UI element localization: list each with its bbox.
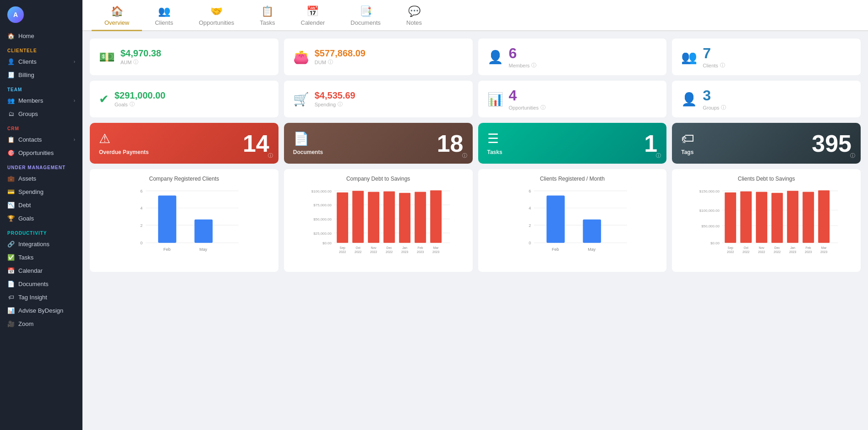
- sidebar-item-members[interactable]: 👥 Members ›: [0, 94, 82, 107]
- tab-overview[interactable]: 🏠 Overview: [92, 0, 142, 31]
- dum-meta: DUM ⓘ: [315, 59, 464, 66]
- svg-text:6: 6: [140, 189, 142, 193]
- svg-rect-64: [740, 191, 752, 243]
- sidebar-debt-label: Debt: [18, 202, 31, 209]
- sidebar-contacts-label: Contacts: [18, 136, 42, 143]
- aum-card: 💵 $4,970.38 AUM ⓘ: [90, 39, 278, 75]
- sidebar-item-tasks[interactable]: ✅ Tasks: [0, 251, 82, 264]
- calender-tab-icon: 📅: [306, 6, 319, 17]
- opportunities-info: 4 Opportunities ⓘ: [509, 87, 658, 111]
- documents-stat-card: 📄 Documents 18 ⓘ: [284, 123, 473, 164]
- advise-icon: 📊: [7, 307, 15, 314]
- sidebar-item-spending[interactable]: 💳 Spending: [0, 185, 82, 198]
- sidebar-item-calendar[interactable]: 📅 Calendar: [0, 264, 82, 277]
- sidebar-item-billing[interactable]: 🧾 Billing: [0, 68, 82, 82]
- clients-card: 👥 7 Clients ⓘ: [672, 39, 861, 75]
- sidebar-tasks-label: Tasks: [18, 254, 33, 261]
- overdue-payments-card: ⚠ Overdue Payments 14 ⓘ: [90, 123, 278, 164]
- info-icon[interactable]: ⓘ: [462, 152, 467, 159]
- goals-value: $291,000.00: [115, 90, 269, 101]
- tasks-stat-card: ☰ Tasks 1 ⓘ: [478, 123, 667, 164]
- svg-rect-28: [430, 190, 442, 243]
- tags-left: 🏷 Tags: [681, 131, 694, 155]
- svg-text:Dec: Dec: [775, 246, 781, 249]
- groups-info: 3 Groups ⓘ: [703, 87, 852, 111]
- chevron-right-icon: ›: [74, 59, 75, 64]
- tag-icon: 🏷: [7, 294, 15, 301]
- info-icon[interactable]: ⓘ: [720, 62, 725, 69]
- svg-text:4: 4: [529, 206, 531, 210]
- tab-clients[interactable]: 👥 Clients: [142, 0, 186, 31]
- tab-tasks[interactable]: 📋 Tasks: [247, 0, 288, 31]
- info-icon[interactable]: ⓘ: [850, 152, 855, 159]
- svg-text:2023: 2023: [417, 250, 424, 254]
- tab-opportunities-label: Opportunities: [199, 19, 234, 26]
- opportunities-meta: Opportunities ⓘ: [509, 104, 658, 111]
- opportunities-value: 4: [509, 87, 658, 104]
- sidebar-item-contacts[interactable]: 📋 Contacts ›: [0, 133, 82, 146]
- sidebar-item-opportunities[interactable]: 🎯 Opportunities: [0, 146, 82, 160]
- svg-text:2023: 2023: [432, 250, 439, 254]
- svg-rect-52: [583, 220, 601, 243]
- tab-notes[interactable]: 💬 Notes: [393, 0, 435, 31]
- info-icon[interactable]: ⓘ: [656, 152, 661, 159]
- metrics-row-1: 💵 $4,970.38 AUM ⓘ 👛 $577,868.09 DUM ⓘ: [90, 39, 861, 75]
- sidebar-item-assets[interactable]: 💼 Assets: [0, 172, 82, 185]
- clients-label: Clients: [703, 63, 718, 68]
- dum-info: $577,868.09 DUM ⓘ: [315, 48, 464, 66]
- info-icon[interactable]: ⓘ: [540, 104, 546, 111]
- opportunities-tab-icon: 🤝: [210, 6, 223, 17]
- svg-text:2023: 2023: [805, 250, 812, 254]
- goals-label: Goals: [115, 102, 128, 107]
- svg-rect-65: [756, 192, 767, 243]
- tab-documents[interactable]: 📑 Documents: [338, 0, 393, 31]
- sidebar-item-clients[interactable]: 👤 Clients ›: [0, 55, 82, 68]
- sidebar-item-zoom[interactable]: 🎥 Zoom: [0, 317, 82, 331]
- sidebar-item-groups[interactable]: 🗂 Groups: [0, 107, 82, 121]
- info-icon[interactable]: ⓘ: [130, 101, 135, 108]
- info-icon[interactable]: ⓘ: [721, 104, 726, 111]
- overview-tab-icon: 🏠: [111, 6, 123, 17]
- clients-value: 7: [703, 45, 852, 62]
- sidebar-item-integrations[interactable]: 🔗 Integrations: [0, 237, 82, 251]
- info-icon[interactable]: ⓘ: [133, 59, 138, 66]
- sidebar-item-advise-by-design[interactable]: 📊 Advise ByDesign: [0, 304, 82, 317]
- documents-stat-value: 18: [437, 132, 464, 155]
- tab-calender[interactable]: 📅 Calender: [288, 0, 338, 31]
- info-icon[interactable]: ⓘ: [328, 59, 333, 66]
- sidebar-item-debt[interactable]: 📉 Debt: [0, 198, 82, 212]
- opportunities-icon: 🎯: [7, 149, 15, 156]
- tab-opportunities[interactable]: 🤝 Opportunities: [186, 0, 247, 31]
- documents-left: 📄 Documents: [293, 131, 323, 155]
- overdue-value: 14: [243, 132, 269, 155]
- groups-meta: Groups ⓘ: [703, 104, 852, 111]
- section-productivity: PRODUCTIVITY: [0, 225, 82, 237]
- sidebar-item-tag-insight[interactable]: 🏷 Tag Insight: [0, 291, 82, 304]
- opportunities-label: Opportunities: [509, 105, 539, 110]
- info-icon[interactable]: ⓘ: [531, 62, 536, 69]
- tab-calender-label: Calender: [301, 19, 325, 26]
- svg-rect-23: [352, 191, 364, 243]
- svg-text:Nov: Nov: [759, 246, 765, 249]
- svg-text:2022: 2022: [742, 250, 749, 254]
- svg-rect-26: [399, 193, 410, 243]
- sidebar-item-goals[interactable]: 🏆 Goals: [0, 212, 82, 225]
- sidebar-item-home[interactable]: 🏠 Home: [0, 29, 82, 43]
- svg-text:2: 2: [140, 223, 142, 228]
- svg-text:$0.00: $0.00: [710, 241, 720, 245]
- tasks-stat-value: 1: [644, 132, 657, 155]
- metrics-row-2: ✔ $291,000.00 Goals ⓘ 🛒 $4,535.69 Spendi…: [90, 81, 861, 117]
- chevron-right-icon: ›: [74, 137, 75, 142]
- svg-rect-8: [158, 196, 176, 243]
- spending-metric-icon: 🛒: [293, 92, 309, 107]
- info-icon[interactable]: ⓘ: [268, 152, 273, 159]
- members-label: Members: [509, 63, 530, 68]
- svg-text:Oct: Oct: [744, 246, 749, 249]
- sidebar-item-documents[interactable]: 📄 Documents: [0, 277, 82, 291]
- tab-overview-label: Overview: [104, 19, 129, 26]
- svg-text:2023: 2023: [820, 250, 827, 254]
- members-metric-icon: 👤: [487, 50, 503, 65]
- tab-documents-label: Documents: [350, 19, 381, 26]
- info-icon[interactable]: ⓘ: [338, 101, 343, 108]
- chart-3-svg: 6 4 2 0 Feb May: [486, 186, 660, 264]
